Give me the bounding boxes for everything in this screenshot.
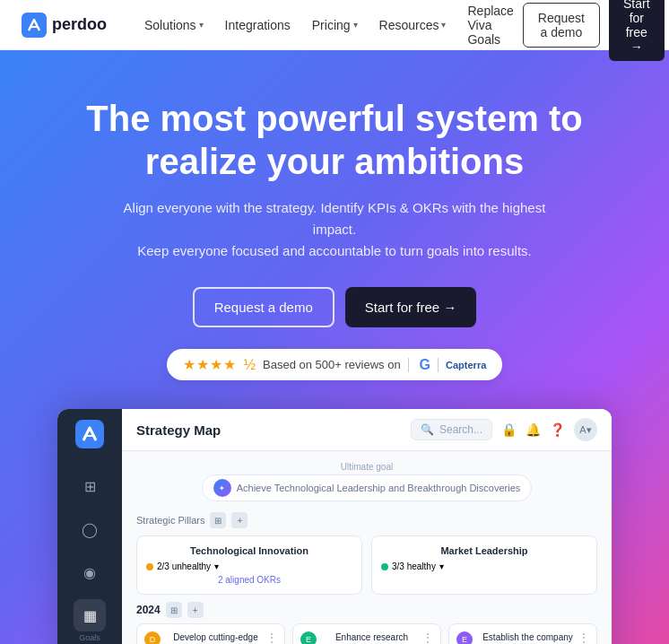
add-pillar-icon[interactable]: + [231,512,248,528]
svg-rect-1 [75,420,104,448]
ratings-bar: ★★★★½ Based on 500+ reviews on G Capterr… [167,349,503,380]
goal-dot-icon: ✦ [213,479,231,497]
dashboard-title: Strategy Map [136,422,221,438]
chevron-icon: ▾ [439,561,444,571]
navbar: perdoo Solutions ▾ Integrations Pricing … [0,0,669,50]
help-icon[interactable]: ❓ [550,422,565,437]
nav-replace-viva[interactable]: Replace Viva Goals [458,0,522,52]
dashboard-main: Strategy Map 🔍 Search... 🔒 🔔 ❓ A▾ [122,409,612,644]
sidebar-item-home[interactable]: ⊞ [74,470,106,502]
hero-demo-button[interactable]: Request a demo [193,287,334,327]
chevron-down-icon: ▾ [199,20,204,30]
pillar-status-1: 3/3 healthy ▾ [381,561,587,571]
hero-start-button[interactable]: Start for free → [345,287,477,327]
bell-icon[interactable]: 🔔 [526,422,541,437]
chevron-down-icon: ▾ [441,20,446,30]
avatar[interactable]: A▾ [574,418,597,441]
sidebar-item-chart[interactable]: ◉ [74,556,106,588]
year-row: 2024 ⊞ + [136,602,597,618]
sidebar-label-goals: Goals [79,633,100,642]
logo-icon [22,13,47,38]
dashboard-content: Ultimate goal ✦ Achieve Technological Le… [122,451,612,644]
ultimate-goal-label: Ultimate goal [341,462,393,472]
dashboard: ⊞ ◯ ◉ ▦ Goals 👤 👥 ⚑ [57,409,612,644]
logo-text: perdoo [52,15,107,34]
hero-section: The most powerful system to realize your… [0,50,669,644]
sidebar-nav-group-home: ⊞ [74,470,106,502]
task-icon-2: E [456,631,473,644]
header-actions: 🔍 Search... 🔒 🔔 ❓ A▾ [411,418,597,441]
add-year-icon[interactable]: + [187,602,204,618]
aligned-okrs-link[interactable]: 2 aligned OKRs [146,575,352,585]
nav-items: Solutions ▾ Integrations Pricing ▾ Resou… [135,0,523,52]
year-label: 2024 [136,604,161,616]
dashboard-sidebar: ⊞ ◯ ◉ ▦ Goals 👤 👥 ⚑ [57,409,122,644]
star-rating: ★★★★ [183,356,237,373]
task-title-2: Establish the company as leader in the..… [477,631,578,644]
start-for-free-button[interactable]: Start for free → [609,0,665,61]
divider [438,358,439,372]
task-card-2: E Establish the company as leader in the… [448,623,597,644]
chevron-icon: ▾ [214,561,219,571]
pillars-row: Strategic Pillars ⊞ + [136,512,597,528]
lock-icon[interactable]: 🔒 [501,422,517,437]
task-menu-icon[interactable]: ⋮ [266,631,277,644]
nav-integrations[interactable]: Integrations [216,13,300,38]
nav-actions: Request a demo Start for free → [523,0,665,61]
hero-buttons: Request a demo Start for free → [22,287,647,327]
task-title-1: Enhance research capabilities for confin… [321,631,422,644]
task-title-0: Develop cutting-edge propulsion systems.… [165,631,266,644]
task-header-2: E Establish the company as leader in the… [456,631,589,644]
hero-headline: The most powerful system to realize your… [74,97,595,183]
pillar-title-0: Technological Innovation [146,545,352,556]
pillars-label: Strategic Pillars [136,515,204,526]
dashboard-preview: ⊞ ◯ ◉ ▦ Goals 👤 👥 ⚑ [57,409,612,644]
task-icon-1: E [300,631,317,644]
ultimate-goal: Ultimate goal ✦ Achieve Technological Le… [136,462,597,501]
status-dot-icon [146,563,153,570]
chevron-down-icon: ▾ [353,20,358,30]
pillar-cards: Technological Innovation 2/3 unhealthy ▾… [136,535,597,595]
task-header-0: D Develop cutting-edge propulsion system… [144,631,277,644]
sidebar-nav-group-goals: ▦ Goals [74,599,106,642]
pillar-status-0: 2/3 unhealthy ▾ [146,561,352,571]
pillar-title-1: Market Leadership [381,545,587,556]
filter-icon[interactable]: ⊞ [210,512,226,528]
sidebar-nav-group-circle: ◯ [74,513,106,545]
nav-resources[interactable]: Resources ▾ [370,13,456,38]
sidebar-item-overview[interactable]: ◯ [74,513,106,545]
pillar-card-0: Technological Innovation 2/3 unhealthy ▾… [136,535,362,595]
dashboard-header: Strategy Map 🔍 Search... 🔒 🔔 ❓ A▾ [122,409,612,451]
hero-subtext: Align everyone with the strategy. Identi… [110,197,559,262]
task-menu-icon[interactable]: ⋮ [422,631,433,644]
goal-text: Achieve Technological Leadership and Bre… [237,483,521,493]
task-card-0: D Develop cutting-edge propulsion system… [136,623,285,644]
search-placeholder: Search... [439,423,482,436]
task-card-1: E Enhance research capabilities for conf… [292,623,441,644]
task-header-1: E Enhance research capabilities for conf… [300,631,433,644]
task-icon-0: D [144,631,161,644]
sidebar-item-grid[interactable]: ▦ [74,599,106,631]
g2-logo: G [420,357,430,373]
pillar-card-1: Market Leadership 3/3 healthy ▾ [371,535,597,595]
ratings-text: Based on 500+ reviews on [263,358,401,371]
svg-rect-0 [22,13,47,38]
status-dot-icon [381,563,388,570]
search-icon: 🔍 [421,423,434,436]
sidebar-nav-group-chart: ◉ [74,556,106,588]
task-cards: D Develop cutting-edge propulsion system… [136,623,597,644]
divider [408,358,409,372]
request-demo-button[interactable]: Request a demo [523,3,600,48]
capterra-logo: Capterra [446,360,486,370]
expand-icon[interactable]: ⊞ [166,602,182,618]
logo[interactable]: perdoo [22,13,107,38]
nav-solutions[interactable]: Solutions ▾ [135,13,213,38]
search-box[interactable]: 🔍 Search... [411,419,492,440]
dash-logo-icon [75,420,104,448]
goal-badge: ✦ Achieve Technological Leadership and B… [202,474,533,501]
nav-pricing[interactable]: Pricing ▾ [303,13,367,38]
task-menu-icon[interactable]: ⋮ [578,631,589,644]
